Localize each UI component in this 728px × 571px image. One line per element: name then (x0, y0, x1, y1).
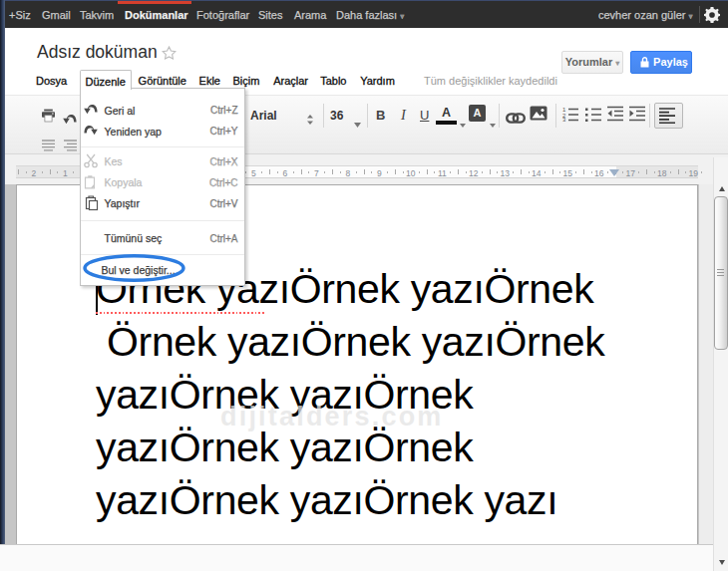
svg-text:3: 3 (562, 117, 566, 122)
